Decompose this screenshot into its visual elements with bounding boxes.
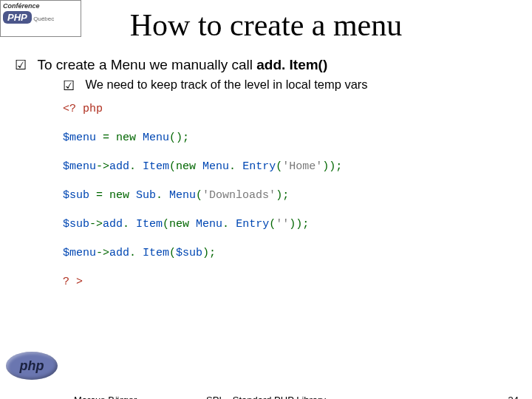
code-line-3: $menu->add. Item(new Menu. Entry('Home')… <box>63 161 510 172</box>
bullet-main: ☑ To create a Menu we manually call add.… <box>15 57 327 73</box>
code-line-6: $menu->add. Item($sub); <box>63 248 510 259</box>
code-line-7: ? > <box>63 276 510 287</box>
code-line-2: $menu = new Menu(); <box>63 132 510 143</box>
code-line-1: <? php <box>63 103 510 115</box>
bullet-sub: ☑ We need to keep track of the level in … <box>63 78 368 94</box>
php-logo: php <box>6 352 58 380</box>
slide-title: How to create a menu <box>0 7 532 43</box>
bullet-main-pre: To create a Menu we manually call <box>37 57 256 72</box>
bullet-main-bold: add. Item() <box>256 57 327 72</box>
footer-title: SPL - Standard PHP Library <box>0 395 532 399</box>
code-block: <? php $menu = new Menu(); $menu->add. I… <box>63 103 510 305</box>
checkbox-icon: ☑ <box>63 78 82 94</box>
code-line-4: $sub = new Sub. Menu('Downloads'); <box>63 190 510 201</box>
bullet-main-text: To create a Menu we manually call add. I… <box>37 57 327 72</box>
checkbox-icon: ☑ <box>15 57 34 73</box>
slide: Conférence PHP Québec How to create a me… <box>0 0 532 399</box>
bullet-sub-text: We need to keep track of the level in lo… <box>85 78 367 91</box>
footer-page-number: 34 <box>508 395 519 399</box>
code-line-5: $sub->add. Item(new Menu. Entry('')); <box>63 219 510 230</box>
php-logo-icon: php <box>6 352 58 380</box>
